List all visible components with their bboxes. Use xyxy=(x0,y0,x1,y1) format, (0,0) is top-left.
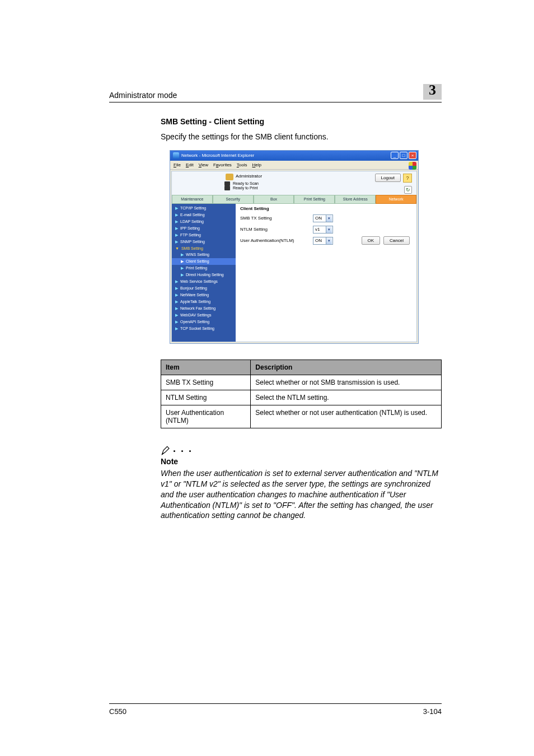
ie-icon xyxy=(173,152,179,158)
tab-box[interactable]: Box xyxy=(254,195,294,204)
sidebar-item-tcpsocket[interactable]: ▶TCP Socket Setting xyxy=(172,325,236,332)
select-smb-tx-value: ON xyxy=(315,216,322,221)
table-row: User Authentication (NTLM) Select whethe… xyxy=(161,405,442,428)
tabs-row: Maintenance Security Box Print Setting S… xyxy=(172,195,416,204)
sidebar-item-openapi[interactable]: ▶OpenAPI Setting xyxy=(172,319,236,325)
admin-label: Administrator xyxy=(236,174,262,179)
chevron-down-icon: ▾ xyxy=(326,226,332,233)
chapter-badge: 3 xyxy=(423,84,442,100)
maximize-button[interactable]: □ xyxy=(400,152,407,159)
table-cell-desc: Select whether or not user authenticatio… xyxy=(251,405,442,428)
status-print: Ready to Print xyxy=(233,186,257,190)
sidebar: ▶TCP/IP Setting ▶E-mail Setting ▶LDAP Se… xyxy=(172,204,236,342)
table-head-desc: Description xyxy=(251,360,442,375)
sidebar-item-tcpip[interactable]: ▶TCP/IP Setting xyxy=(172,205,236,212)
tab-store-address[interactable]: Store Address xyxy=(335,195,376,204)
section-title: SMB Setting - Client Setting xyxy=(161,117,442,126)
help-button[interactable]: ? xyxy=(403,174,412,183)
page-footer: C550 3-104 xyxy=(109,703,442,716)
field-label-userauth: User Authentication(NTLM) xyxy=(240,238,313,243)
close-button[interactable]: × xyxy=(409,152,416,159)
select-ntlm-value: v1 xyxy=(315,227,320,232)
description-table: Item Description SMB TX Setting Select w… xyxy=(161,360,442,428)
sidebar-sub-wins[interactable]: ▶WINS Setting xyxy=(172,251,236,258)
tab-maintenance[interactable]: Maintenance xyxy=(172,195,213,204)
sidebar-item-snmp[interactable]: ▶SNMP Setting xyxy=(172,239,236,245)
sidebar-sub-direct-hosting[interactable]: ▶Direct Hosting Setting xyxy=(172,272,236,278)
section-intro: Specify the settings for the SMB client … xyxy=(161,132,442,142)
sidebar-item-ldap[interactable]: ▶LDAP Setting xyxy=(172,218,236,225)
footer-right: 3-104 xyxy=(423,707,442,716)
table-cell-item: NTLM Setting xyxy=(161,390,251,405)
tab-network[interactable]: Network xyxy=(376,195,416,204)
table-cell-item: User Authentication (NTLM) xyxy=(161,405,251,428)
note-dots: . . . xyxy=(173,443,193,455)
tab-print-setting[interactable]: Print Setting xyxy=(294,195,335,204)
table-row: NTLM Setting Select the NTLM setting. xyxy=(161,390,442,405)
sidebar-sub-print[interactable]: ▶Print Setting xyxy=(172,265,236,272)
sidebar-item-smb[interactable]: ▼SMB Setting xyxy=(172,245,236,251)
menu-view[interactable]: View xyxy=(199,162,208,167)
select-userauth[interactable]: ON ▾ xyxy=(313,237,333,245)
cancel-button[interactable]: Cancel xyxy=(383,236,410,245)
note-heading: Note xyxy=(161,457,442,466)
table-row: SMB TX Setting Select whether or not SMB… xyxy=(161,375,442,390)
logout-button[interactable]: Logout xyxy=(375,174,401,182)
window-titlebar: Network - Microsoft Internet Explorer _ … xyxy=(170,151,418,161)
page-header: Administrator mode 3 xyxy=(109,84,442,102)
menu-file[interactable]: File xyxy=(174,162,181,167)
note-text: When the user authentication is set to e… xyxy=(161,468,442,521)
field-label-smb-tx: SMB TX Setting xyxy=(240,216,313,221)
chapter-number: 3 xyxy=(429,82,436,99)
sidebar-item-webservice[interactable]: ▶Web Service Settings xyxy=(172,278,236,285)
header-section-label: Administrator mode xyxy=(109,91,177,100)
pencil-icon xyxy=(161,445,172,456)
menu-help[interactable]: Help xyxy=(252,162,261,167)
footer-left: C550 xyxy=(109,707,127,716)
refresh-button[interactable]: ↻ xyxy=(404,186,412,194)
menu-favorites[interactable]: Favorites xyxy=(213,162,232,167)
sidebar-item-netfax[interactable]: ▶Network Fax Setting xyxy=(172,305,236,312)
select-userauth-value: ON xyxy=(315,238,322,243)
content-panel: Client Setting SMB TX Setting ON ▾ NTLM … xyxy=(236,204,416,342)
status-scan: Ready to Scan xyxy=(233,181,259,185)
sidebar-item-appletalk[interactable]: ▶AppleTalk Setting xyxy=(172,298,236,305)
menu-tools[interactable]: Tools xyxy=(237,162,247,167)
sidebar-sub-client[interactable]: ▶Client Setting xyxy=(172,258,236,265)
window-title: Network - Microsoft Internet Explorer xyxy=(181,153,254,158)
sidebar-item-ipp[interactable]: ▶IPP Setting xyxy=(172,225,236,232)
table-cell-item: SMB TX Setting xyxy=(161,375,251,390)
sidebar-item-webdav[interactable]: ▶WebDAV Settings xyxy=(172,312,236,319)
table-head-item: Item xyxy=(161,360,251,375)
ok-button[interactable]: OK xyxy=(362,236,381,245)
scan-icon xyxy=(224,181,230,186)
select-smb-tx[interactable]: ON ▾ xyxy=(313,214,333,222)
sidebar-item-bonjour[interactable]: ▶Bonjour Setting xyxy=(172,285,236,292)
admin-icon xyxy=(226,174,233,180)
menu-bar: File Edit View Favorites Tools Help xyxy=(170,161,418,170)
tab-security[interactable]: Security xyxy=(213,195,254,204)
top-strip: Administrator Ready to Scan Ready to Pri… xyxy=(172,171,416,195)
note-icon-row: . . . xyxy=(161,444,442,456)
chevron-down-icon: ▾ xyxy=(326,237,332,244)
table-cell-desc: Select the NTLM setting. xyxy=(251,390,442,405)
sidebar-item-email[interactable]: ▶E-mail Setting xyxy=(172,212,236,218)
field-label-ntlm: NTLM Setting xyxy=(240,227,313,232)
ie-logo-icon xyxy=(409,162,416,170)
table-cell-desc: Select whether or not SMB transmission i… xyxy=(251,375,442,390)
minimize-button[interactable]: _ xyxy=(391,152,399,159)
menu-edit[interactable]: Edit xyxy=(186,162,194,167)
content-title: Client Setting xyxy=(240,206,412,211)
chevron-down-icon: ▾ xyxy=(326,215,332,222)
sidebar-item-ftp[interactable]: ▶FTP Setting xyxy=(172,232,236,239)
sidebar-item-netware[interactable]: ▶NetWare Setting xyxy=(172,292,236,298)
select-ntlm[interactable]: v1 ▾ xyxy=(313,226,333,234)
print-icon xyxy=(224,186,230,190)
screenshot-window: Network - Microsoft Internet Explorer _ … xyxy=(170,150,419,344)
